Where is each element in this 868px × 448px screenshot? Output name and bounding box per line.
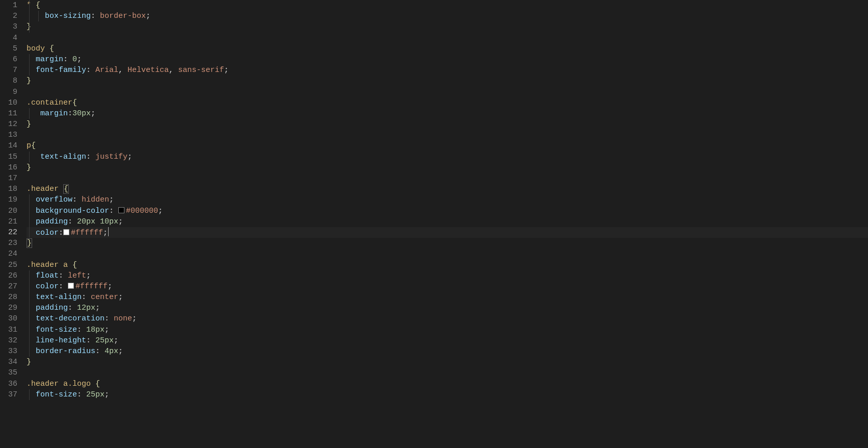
code-line[interactable]: text-decoration: none; [27, 313, 868, 324]
code-line[interactable]: } [27, 357, 868, 367]
code-line[interactable] [27, 87, 868, 97]
line-number[interactable]: 4 [0, 33, 17, 43]
token: { [95, 380, 100, 388]
code-line[interactable]: .container{ [27, 97, 868, 108]
token: overflow [36, 195, 72, 204]
line-number[interactable]: 15 [0, 152, 17, 162]
code-line[interactable]: line-height: 25px; [27, 335, 868, 346]
code-line[interactable]: font-family: Arial, Helvetica, sans-seri… [27, 65, 868, 76]
color-swatch-icon[interactable] [118, 207, 124, 213]
token: : [82, 293, 91, 302]
line-number[interactable]: 13 [0, 130, 17, 140]
line-number[interactable]: 37 [0, 389, 17, 400]
code-line[interactable] [27, 248, 868, 259]
line-number[interactable]: 28 [0, 292, 17, 303]
line-number[interactable]: 11 [0, 108, 17, 119]
token: } [27, 77, 31, 85]
token: center [91, 293, 118, 302]
code-editor[interactable]: 1234567891011121314151617181920212223242… [0, 0, 868, 448]
code-line[interactable]: body { [27, 43, 868, 54]
token: text-align [40, 153, 86, 161]
token: ; [77, 55, 82, 64]
code-line[interactable]: color:#ffffff; [27, 227, 868, 238]
code-line[interactable]: p{ [27, 140, 868, 151]
token: margin [36, 55, 63, 64]
color-swatch-icon[interactable] [63, 229, 69, 235]
line-number[interactable]: 30 [0, 313, 17, 324]
line-number[interactable]: 9 [0, 87, 17, 97]
code-line[interactable]: float: left; [27, 270, 868, 281]
token: ; [103, 229, 108, 237]
line-number[interactable]: 6 [0, 54, 17, 65]
code-line[interactable]: padding: 20px 10px; [27, 216, 868, 227]
token [27, 229, 36, 237]
token: 4px [105, 347, 118, 356]
token: : [77, 390, 86, 399]
code-area[interactable]: * { box-sizing: border-box;}body { margi… [27, 0, 868, 448]
code-line[interactable] [27, 33, 868, 43]
line-number[interactable]: 24 [0, 248, 17, 259]
line-number[interactable]: 35 [0, 367, 17, 378]
code-line[interactable]: } [27, 238, 868, 248]
code-line[interactable]: .header a.logo { [27, 379, 868, 389]
line-number[interactable]: 21 [0, 216, 17, 227]
line-number[interactable]: 18 [0, 184, 17, 194]
line-number[interactable]: 1 [0, 0, 17, 11]
line-number[interactable]: 17 [0, 173, 17, 184]
code-line[interactable]: font-size: 18px; [27, 325, 868, 335]
code-line[interactable]: .header { [27, 184, 868, 194]
code-line[interactable]: * { [27, 0, 868, 11]
color-swatch-icon[interactable] [68, 283, 74, 289]
line-number[interactable]: 14 [0, 140, 17, 151]
line-number[interactable]: 33 [0, 346, 17, 357]
line-number[interactable]: 8 [0, 76, 17, 86]
token: body [27, 44, 49, 53]
code-line[interactable]: } [27, 21, 868, 32]
line-number[interactable]: 36 [0, 379, 17, 389]
line-number[interactable]: 3 [0, 21, 17, 32]
line-number[interactable]: 31 [0, 325, 17, 335]
code-line[interactable]: } [27, 162, 868, 173]
line-number[interactable]: 7 [0, 65, 17, 76]
line-number[interactable]: 5 [0, 43, 17, 54]
code-line[interactable]: overflow: hidden; [27, 194, 868, 205]
code-line[interactable]: text-align: center; [27, 292, 868, 303]
code-line[interactable]: background-color: #000000; [27, 206, 868, 216]
code-line[interactable]: .header a { [27, 260, 868, 270]
line-number[interactable]: 16 [0, 162, 17, 173]
code-line[interactable]: color: #ffffff; [27, 281, 868, 292]
code-line[interactable]: text-align: justify; [27, 152, 868, 162]
token: { [63, 184, 69, 194]
code-line[interactable] [27, 130, 868, 140]
token: font-size [36, 326, 77, 334]
line-number[interactable]: 29 [0, 303, 17, 313]
line-number-gutter[interactable]: 1234567891011121314151617181920212223242… [0, 0, 27, 448]
code-line[interactable]: box-sizing: border-box; [27, 11, 868, 21]
line-number[interactable]: 25 [0, 260, 17, 270]
line-number[interactable]: 22 [0, 227, 17, 238]
line-number[interactable]: 34 [0, 357, 17, 367]
code-line[interactable]: margin:30px; [27, 108, 868, 119]
line-number[interactable]: 26 [0, 270, 17, 281]
code-line[interactable] [27, 367, 868, 378]
line-number[interactable]: 2 [0, 11, 17, 21]
line-number[interactable]: 19 [0, 194, 17, 205]
line-number[interactable]: 23 [0, 238, 17, 248]
token: : [91, 12, 100, 20]
token [27, 390, 36, 399]
code-line[interactable]: } [27, 76, 868, 86]
code-line[interactable]: } [27, 119, 868, 130]
line-number[interactable]: 20 [0, 206, 17, 216]
token: Arial [95, 66, 118, 74]
line-number[interactable]: 27 [0, 281, 17, 292]
code-line[interactable]: font-size: 25px; [27, 389, 868, 400]
code-line[interactable]: border-radius: 4px; [27, 346, 868, 357]
token: line-height [36, 336, 86, 345]
code-line[interactable]: padding: 12px; [27, 303, 868, 313]
line-number[interactable]: 32 [0, 335, 17, 346]
code-line[interactable] [27, 173, 868, 184]
line-number[interactable]: 10 [0, 97, 17, 108]
line-number[interactable]: 12 [0, 119, 17, 130]
token [27, 55, 36, 64]
code-line[interactable]: margin: 0; [27, 54, 868, 65]
